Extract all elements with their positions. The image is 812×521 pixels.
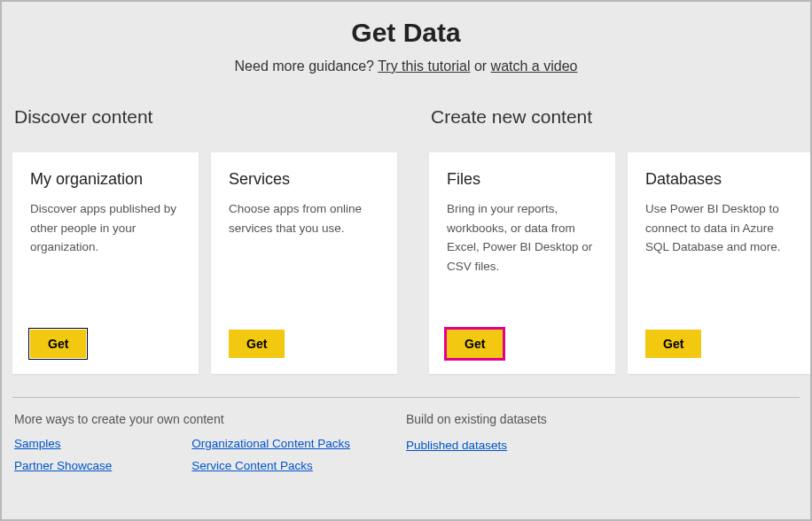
card-desc: Use Power BI Desktop to connect to data … (645, 199, 796, 330)
more-ways-title: More ways to create your own content (14, 412, 406, 426)
footer-divider (12, 397, 800, 398)
card-title: Files (447, 170, 597, 189)
card-my-organization: My organization Discover apps published … (12, 152, 199, 374)
get-button-my-organization[interactable]: Get (30, 330, 86, 358)
partner-showcase-link[interactable]: Partner Showcase (14, 459, 112, 472)
card-services: Services Choose apps from online service… (211, 152, 397, 374)
video-link[interactable]: watch a video (491, 58, 578, 74)
build-section: Build on existing datasets Published dat… (406, 412, 798, 472)
tutorial-link[interactable]: Try this tutorial (378, 58, 470, 74)
discover-title: Discover content (12, 106, 397, 128)
published-datasets-link[interactable]: Published datasets (406, 439, 507, 452)
card-desc: Choose apps from online services that yo… (229, 199, 379, 330)
card-files: Files Bring in your reports, workbooks, … (429, 152, 615, 374)
card-desc: Bring in your reports, workbooks, or dat… (447, 199, 597, 330)
create-title: Create new content (429, 106, 812, 128)
guidance-prefix: Need more guidance? (235, 58, 379, 74)
guidance-middle: or (470, 58, 490, 74)
org-content-packs-link[interactable]: Organizational Content Packs (191, 437, 350, 450)
card-title: My organization (30, 170, 181, 189)
page-title: Get Data (5, 18, 807, 48)
card-title: Databases (645, 170, 796, 189)
build-title: Build on existing datasets (406, 412, 798, 426)
card-databases: Databases Use Power BI Desktop to connec… (628, 152, 812, 374)
create-section: Create new content Files Bring in your r… (429, 106, 812, 374)
get-button-files[interactable]: Get (447, 330, 503, 358)
more-ways-section: More ways to create your own content Sam… (14, 412, 406, 472)
card-title: Services (229, 170, 379, 189)
guidance-text: Need more guidance? Try this tutorial or… (5, 58, 807, 74)
card-desc: Discover apps published by other people … (30, 199, 181, 330)
samples-link[interactable]: Samples (14, 437, 61, 450)
get-button-databases[interactable]: Get (645, 330, 701, 358)
get-button-services[interactable]: Get (229, 330, 285, 358)
discover-section: Discover content My organization Discove… (12, 106, 397, 374)
service-content-packs-link[interactable]: Service Content Packs (191, 459, 313, 472)
